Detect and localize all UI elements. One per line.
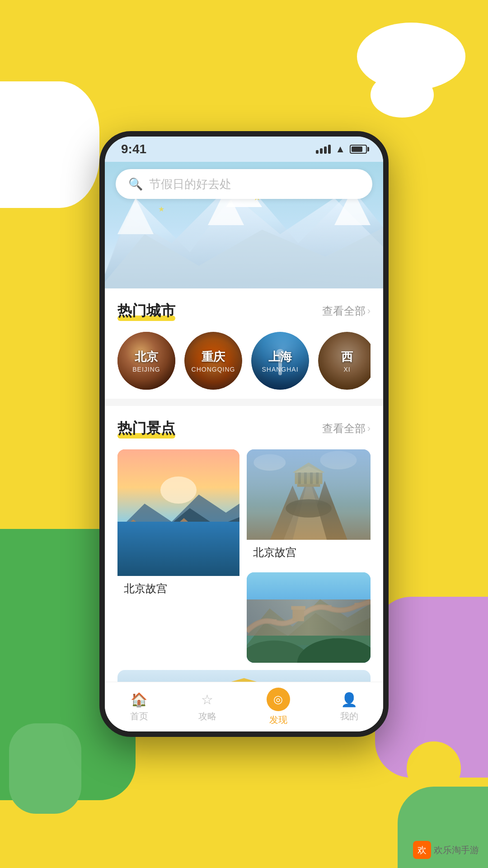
svg-rect-14 [117, 540, 239, 576]
svg-rect-47 [292, 608, 304, 621]
hot-cities-more-label: 查看全部 [322, 304, 366, 318]
greatwall-svg [247, 572, 371, 663]
svg-rect-44 [300, 612, 304, 617]
svg-marker-30 [292, 476, 327, 540]
watermark-icon: 欢 [413, 841, 431, 859]
svg-rect-38 [297, 484, 320, 487]
status-time: 9:41 [121, 142, 146, 156]
hot-attractions-more[interactable]: 查看全部 › [322, 421, 371, 436]
hot-attractions-more-label: 查看全部 [322, 421, 366, 436]
svg-marker-21 [151, 522, 169, 530]
attraction-img-potala [117, 670, 371, 682]
home-icon: 🏠 [131, 692, 147, 708]
attraction-label-lake: 北京故宫 [117, 576, 239, 601]
attractions-left-col: 北京故宫 [117, 449, 239, 663]
chevron-right-icon-2: › [367, 423, 371, 434]
search-bar[interactable]: 🔍 节假日的好去处 [116, 169, 372, 199]
hot-cities-section: 热门城市 查看全部 › 北京 [105, 288, 383, 399]
hero-banner: ★ ★ 🔍 节假日的好去处 [105, 162, 383, 288]
svg-rect-22 [174, 527, 194, 542]
svg-marker-29 [306, 481, 347, 540]
svg-point-39 [286, 499, 331, 518]
attraction-img-lake [117, 449, 239, 576]
svg-rect-37 [316, 472, 319, 484]
nav-item-guide[interactable]: ☆ 攻略 [189, 688, 225, 726]
svg-point-25 [253, 454, 286, 471]
nav-label-discover: 发现 [269, 714, 287, 726]
hot-attractions-title-wrap: 热门景点 [117, 419, 175, 439]
city-chongqing-cn: 重庆 [202, 349, 225, 365]
hot-cities-header: 热门城市 查看全部 › [117, 301, 371, 321]
attraction-card-palace-top[interactable]: 北京故宫 [247, 449, 371, 565]
battery-icon [350, 145, 367, 154]
bottom-nav: 🏠 首页 ☆ 攻略 ◎ 发现 👤 我的 [105, 682, 383, 731]
nav-item-profile[interactable]: 👤 我的 [331, 688, 367, 726]
nav-label-home: 首页 [130, 710, 148, 722]
city-beijing-en: BEIJING [132, 366, 160, 373]
svg-rect-35 [304, 472, 307, 484]
svg-rect-43 [272, 619, 277, 624]
cities-row: 北京 BEIJING 重庆 [117, 332, 371, 390]
svg-point-11 [160, 476, 197, 504]
city-shanghai-en: SHANGHAI [262, 366, 298, 373]
potala-svg [117, 670, 371, 682]
city-circle-shanghai: 上海 SHANGHAI [251, 332, 309, 390]
svg-rect-16 [154, 548, 167, 556]
hot-cities-title-wrap: 热门城市 [117, 301, 175, 321]
svg-rect-24 [247, 449, 371, 540]
lake-svg [117, 449, 239, 576]
city-xi-cn: 西 [341, 349, 353, 365]
svg-rect-34 [298, 472, 301, 484]
city-shanghai-cn: 上海 [268, 349, 292, 365]
status-icons: ▲ [316, 143, 367, 155]
watermark-text: 欢乐淘手游 [434, 844, 479, 856]
svg-marker-27 [270, 486, 315, 540]
svg-marker-33 [295, 466, 323, 472]
attraction-img-greatwall [247, 572, 371, 663]
city-beijing-cn: 北京 [135, 349, 158, 365]
search-placeholder: 节假日的好去处 [149, 176, 231, 192]
chevron-right-icon: › [367, 305, 371, 317]
hot-cities-more[interactable]: 查看全部 › [322, 304, 371, 318]
palace-top-svg [247, 449, 371, 540]
wifi-icon: ▲ [335, 143, 345, 155]
attraction-card-lake[interactable]: 北京故宫 [117, 449, 239, 663]
city-circle-beijing: 北京 BEIJING [117, 332, 175, 390]
svg-rect-31 [295, 472, 323, 484]
nav-label-guide: 攻略 [198, 710, 216, 722]
city-item-xi[interactable]: 西 XI [318, 332, 371, 390]
city-circle-xi: 西 XI [318, 332, 371, 390]
attraction-card-potala[interactable] [117, 670, 371, 682]
watermark: 欢 欢乐淘手游 [413, 841, 479, 859]
nav-item-home[interactable]: 🏠 首页 [121, 688, 157, 726]
hot-attractions-section: 热门景点 查看全部 › [105, 406, 383, 682]
svg-rect-36 [310, 472, 313, 484]
city-xi-en: XI [343, 366, 350, 373]
svg-point-26 [320, 451, 357, 470]
search-icon: 🔍 [128, 177, 143, 191]
attraction-img-palace-top [247, 449, 371, 540]
svg-rect-20 [151, 530, 169, 542]
attraction-label-palace-top: 北京故宫 [247, 540, 371, 565]
attractions-grid: 北京故宫 [117, 449, 371, 663]
city-circle-chongqing: 重庆 CHONGQING [184, 332, 242, 390]
phone-frame: 9:41 ▲ [99, 131, 389, 737]
city-chongqing-en: CHONGQING [192, 366, 235, 373]
svg-marker-28 [283, 476, 338, 540]
hot-attractions-title: 热门景点 [117, 420, 175, 436]
discover-icon: ◎ [267, 688, 290, 711]
scroll-body[interactable]: 热门城市 查看全部 › 北京 [105, 288, 383, 682]
city-item-beijing[interactable]: 北京 BEIJING [117, 332, 175, 390]
signal-icon [316, 145, 331, 154]
nav-label-profile: 我的 [340, 710, 358, 722]
svg-rect-45 [327, 605, 332, 610]
city-item-shanghai[interactable]: 上海 SHANGHAI [251, 332, 309, 390]
nav-item-discover[interactable]: ◎ 发现 [258, 684, 299, 730]
city-item-chongqing[interactable]: 重庆 CHONGQING [184, 332, 242, 390]
attractions-right-col: 北京故宫 [247, 449, 371, 663]
svg-marker-32 [292, 462, 324, 472]
status-bar: 9:41 ▲ [105, 137, 383, 162]
profile-icon: 👤 [341, 692, 357, 708]
attraction-card-greatwall[interactable] [247, 572, 371, 663]
svg-rect-46 [354, 603, 359, 608]
